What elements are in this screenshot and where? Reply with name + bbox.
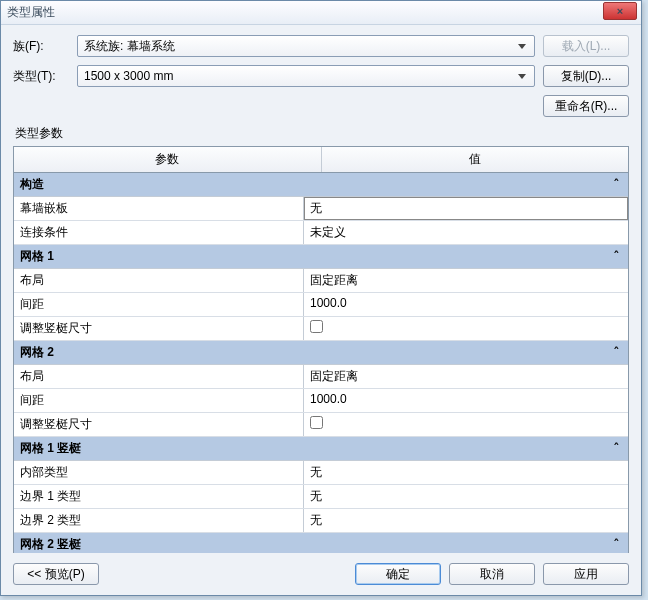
param-row: 调整竖梃尺寸: [14, 413, 628, 437]
close-icon: ×: [617, 5, 623, 17]
chevron-down-icon: [514, 39, 530, 53]
param-value[interactable]: 固定距离: [304, 365, 628, 388]
param-name: 布局: [14, 269, 304, 292]
preview-button[interactable]: << 预览(P): [13, 563, 99, 585]
param-name: 边界 1 类型: [14, 485, 304, 508]
collapse-icon: ˆ: [613, 442, 620, 456]
param-row: 内部类型无: [14, 461, 628, 485]
param-value[interactable]: [304, 413, 628, 436]
param-row: 布局固定距离: [14, 269, 628, 293]
section-title: 网格 1 竖梃: [20, 440, 81, 457]
section-title: 网格 2 竖梃: [20, 536, 81, 553]
type-label: 类型(T):: [13, 68, 71, 85]
type-properties-dialog: 类型属性 × 族(F): 系统族: 幕墙系统 载入(L)... 类型(T): 1…: [0, 0, 642, 596]
collapse-icon: ˆ: [613, 250, 620, 264]
section-header[interactable]: 构造ˆ: [14, 173, 628, 197]
param-name: 内部类型: [14, 461, 304, 484]
family-value: 系统族: 幕墙系统: [84, 38, 175, 55]
load-button[interactable]: 载入(L)...: [543, 35, 629, 57]
param-name: 幕墙嵌板: [14, 197, 304, 220]
collapse-icon: ˆ: [613, 538, 620, 552]
param-value[interactable]: 无: [304, 197, 628, 220]
chevron-down-icon: [514, 69, 530, 83]
section-header[interactable]: 网格 2ˆ: [14, 341, 628, 365]
dialog-title: 类型属性: [7, 4, 55, 21]
param-name: 调整竖梃尺寸: [14, 317, 304, 340]
param-row: 布局固定距离: [14, 365, 628, 389]
param-name: 间距: [14, 389, 304, 412]
type-params-label: 类型参数: [15, 125, 629, 142]
param-checkbox[interactable]: [310, 416, 323, 429]
param-value[interactable]: 固定距离: [304, 269, 628, 292]
family-select[interactable]: 系统族: 幕墙系统: [77, 35, 535, 57]
param-name: 间距: [14, 293, 304, 316]
column-param: 参数: [14, 147, 322, 172]
param-value[interactable]: 无: [304, 461, 628, 484]
section-header[interactable]: 网格 1 竖梃ˆ: [14, 437, 628, 461]
apply-button[interactable]: 应用: [543, 563, 629, 585]
ok-button[interactable]: 确定: [355, 563, 441, 585]
param-name: 连接条件: [14, 221, 304, 244]
param-row: 调整竖梃尺寸: [14, 317, 628, 341]
param-value[interactable]: 无: [304, 509, 628, 532]
rename-button[interactable]: 重命名(R)...: [543, 95, 629, 117]
param-checkbox[interactable]: [310, 320, 323, 333]
param-name: 边界 2 类型: [14, 509, 304, 532]
param-value[interactable]: 未定义: [304, 221, 628, 244]
param-row: 连接条件未定义: [14, 221, 628, 245]
family-label: 族(F):: [13, 38, 71, 55]
collapse-icon: ˆ: [613, 178, 620, 192]
type-value: 1500 x 3000 mm: [84, 69, 173, 83]
param-row: 边界 1 类型无: [14, 485, 628, 509]
section-title: 网格 2: [20, 344, 54, 361]
params-grid: 参数 值 构造ˆ幕墙嵌板无连接条件未定义网格 1ˆ布局固定距离间距1000.0调…: [13, 146, 629, 554]
param-value[interactable]: 1000.0: [304, 389, 628, 412]
param-name: 调整竖梃尺寸: [14, 413, 304, 436]
dialog-footer: << 预览(P) 确定 取消 应用: [1, 553, 641, 595]
collapse-icon: ˆ: [613, 346, 620, 360]
param-row: 间距1000.0: [14, 293, 628, 317]
param-value[interactable]: 无: [304, 485, 628, 508]
type-select[interactable]: 1500 x 3000 mm: [77, 65, 535, 87]
section-header[interactable]: 网格 2 竖梃ˆ: [14, 533, 628, 553]
param-name: 布局: [14, 365, 304, 388]
grid-header: 参数 值: [14, 147, 628, 173]
section-title: 构造: [20, 176, 44, 193]
cancel-button[interactable]: 取消: [449, 563, 535, 585]
param-row: 边界 2 类型无: [14, 509, 628, 533]
close-button[interactable]: ×: [603, 2, 637, 20]
param-row: 间距1000.0: [14, 389, 628, 413]
section-title: 网格 1: [20, 248, 54, 265]
section-header[interactable]: 网格 1ˆ: [14, 245, 628, 269]
param-value[interactable]: 1000.0: [304, 293, 628, 316]
column-value: 值: [322, 147, 629, 172]
param-row: 幕墙嵌板无: [14, 197, 628, 221]
duplicate-button[interactable]: 复制(D)...: [543, 65, 629, 87]
title-bar: 类型属性 ×: [1, 1, 641, 25]
param-value[interactable]: [304, 317, 628, 340]
grid-body[interactable]: 构造ˆ幕墙嵌板无连接条件未定义网格 1ˆ布局固定距离间距1000.0调整竖梃尺寸…: [14, 173, 628, 553]
